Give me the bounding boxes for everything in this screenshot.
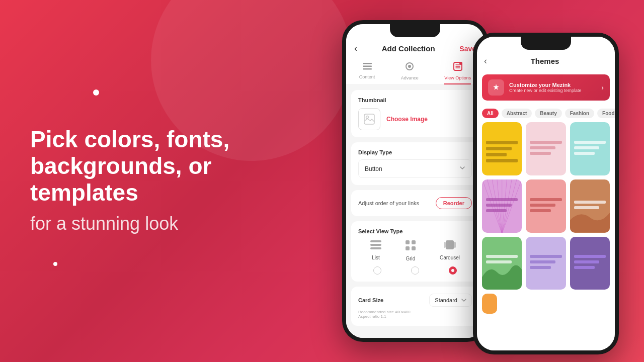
- svg-rect-7: [364, 114, 374, 124]
- filter-tab-beauty[interactable]: Beauty: [535, 109, 561, 118]
- display-type-label: Display Type: [358, 149, 472, 155]
- card-size-label: Card Size: [358, 297, 383, 303]
- thumbnail-image-placeholder: [358, 108, 380, 130]
- theme-card-7[interactable]: [482, 237, 522, 290]
- svg-rect-13: [412, 240, 416, 244]
- view-type-card: Select View Type List: [351, 221, 479, 282]
- radio-carousel[interactable]: [449, 266, 457, 275]
- svg-point-8: [366, 116, 369, 119]
- theme-card-10[interactable]: [482, 294, 497, 314]
- theme-grid: [477, 122, 615, 314]
- reorder-row: Adjust order of your links Reorder: [358, 197, 472, 209]
- reorder-text: Adjust order of your links: [358, 200, 419, 206]
- tab-advance-label: Advance: [401, 75, 419, 80]
- theme-card-6[interactable]: [570, 179, 610, 233]
- thumbnail-box: Choose Image: [358, 108, 472, 130]
- thumbnail-card: Thumbnail Choose Image: [351, 90, 479, 137]
- view-type-label: Select View Type: [358, 228, 472, 234]
- view-radio-row: [358, 266, 472, 275]
- advance-icon: [405, 62, 414, 73]
- tab-view-options-label: View Options: [444, 75, 471, 80]
- display-type-value: Button: [365, 165, 382, 172]
- filter-tab-abstract[interactable]: Abstract: [502, 109, 532, 118]
- view-type-list[interactable]: List: [370, 240, 381, 261]
- grid-icon: [406, 240, 416, 253]
- card-size-row: Card Size Standard: [358, 294, 472, 307]
- filter-tab-all[interactable]: All: [482, 109, 499, 118]
- tab-content[interactable]: Content: [359, 62, 375, 84]
- phone1-content: Thumbnail Choose Image: [346, 85, 484, 338]
- view-type-options: List Gr: [358, 240, 472, 261]
- card-size-hint1: Recommended size 400x400: [358, 310, 472, 314]
- svg-rect-11: [370, 247, 381, 249]
- customize-subtitle: Create new or edit existing template: [509, 88, 596, 93]
- dot-accent-2: [53, 262, 57, 266]
- svg-point-6: [459, 62, 462, 65]
- svg-rect-17: [444, 242, 446, 248]
- phone1-inner: ‹ Add Collection Save Content: [346, 24, 484, 338]
- svg-rect-10: [370, 244, 381, 246]
- thumbnail-label: Thumbnail: [358, 97, 472, 103]
- svg-point-4: [408, 65, 411, 68]
- customize-icon: [488, 79, 504, 96]
- svg-rect-12: [406, 240, 410, 244]
- radio-grid[interactable]: [411, 266, 419, 275]
- left-content: Pick colors, fonts, backgrounds, or temp…: [30, 126, 312, 235]
- customize-banner[interactable]: Customize your Mezink Create new or edit…: [482, 74, 610, 101]
- choose-image-button[interactable]: Choose Image: [386, 116, 428, 123]
- phone2-header: ‹ Themes: [477, 52, 615, 70]
- theme-card-3[interactable]: [570, 122, 610, 175]
- svg-rect-18: [454, 242, 456, 248]
- customize-arrow-icon: ›: [601, 83, 604, 92]
- phone2-inner: ‹ Themes Customize your Mezink Create ne…: [477, 37, 615, 350]
- display-type-card: Display Type Button: [351, 142, 479, 185]
- view-options-icon: [453, 62, 462, 73]
- theme-card-9[interactable]: [570, 237, 610, 290]
- display-type-dropdown[interactable]: Button: [358, 159, 472, 178]
- card-size-dropdown[interactable]: Standard: [429, 294, 472, 307]
- content-icon: [363, 62, 372, 72]
- phone1-tabs: Content Advance: [346, 58, 484, 85]
- phone1-title: Add Collection: [382, 44, 435, 53]
- view-type-grid[interactable]: Grid: [406, 240, 416, 261]
- reorder-card: Adjust order of your links Reorder: [351, 190, 479, 216]
- theme-card-2[interactable]: [526, 122, 566, 175]
- phone1-header: ‹ Add Collection Save: [346, 39, 484, 58]
- theme-card-5[interactable]: [526, 179, 566, 233]
- theme-card-8[interactable]: [526, 237, 566, 290]
- phone1-notch: [390, 24, 440, 37]
- tab-advance[interactable]: Advance: [401, 62, 419, 84]
- reorder-button[interactable]: Reorder: [436, 197, 472, 209]
- grid-label: Grid: [406, 256, 416, 261]
- phones-area: ‹ Add Collection Save Content: [322, 0, 644, 362]
- subheadline: for a stunning look: [30, 212, 312, 236]
- svg-rect-0: [363, 63, 372, 64]
- svg-rect-15: [412, 246, 416, 250]
- dot-accent-1: [93, 89, 99, 96]
- theme-card-4[interactable]: [482, 179, 522, 233]
- list-icon: [370, 240, 381, 252]
- svg-rect-2: [363, 68, 372, 70]
- filter-tab-food[interactable]: Food: [597, 109, 615, 118]
- tab-view-options[interactable]: View Options: [444, 62, 471, 84]
- list-label: List: [372, 255, 380, 260]
- filter-tab-fashion[interactable]: Fashion: [565, 109, 594, 118]
- card-size-hint2: Aspect ratio 1:1: [358, 314, 472, 319]
- phone-themes: ‹ Themes Customize your Mezink Create ne…: [473, 33, 619, 354]
- view-type-carousel[interactable]: Carousel: [440, 240, 460, 261]
- dropdown-chevron-icon: [459, 165, 465, 172]
- card-size-card: Card Size Standard Recommended size 400x…: [351, 287, 479, 326]
- headline-line1: Pick colors, fonts,: [30, 126, 229, 152]
- phone-add-collection: ‹ Add Collection Save Content: [342, 20, 488, 342]
- radio-list[interactable]: [373, 266, 381, 275]
- theme-card-1[interactable]: [482, 122, 522, 175]
- phone1-back-button[interactable]: ‹: [354, 43, 357, 54]
- customize-title: Customize your Mezink: [509, 82, 596, 88]
- phone2-back-button[interactable]: ‹: [484, 56, 487, 66]
- phone2-title: Themes: [491, 57, 599, 65]
- customize-text: Customize your Mezink Create new or edit…: [509, 82, 596, 93]
- carousel-label: Carousel: [440, 255, 460, 260]
- tab-content-label: Content: [359, 74, 375, 79]
- svg-rect-16: [446, 240, 454, 249]
- svg-rect-9: [370, 240, 381, 242]
